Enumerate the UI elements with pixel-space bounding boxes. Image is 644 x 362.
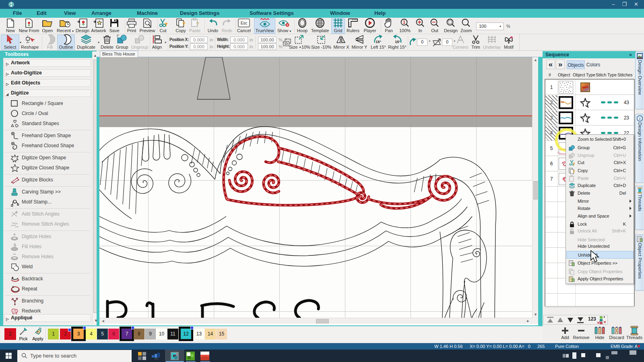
svg-text:Esc: Esc xyxy=(241,21,248,25)
svg-text:i: i xyxy=(639,117,640,121)
svg-text:1: 1 xyxy=(403,20,405,25)
svg-text:15°: 15° xyxy=(376,40,381,44)
svg-text:15°: 15° xyxy=(395,40,400,44)
